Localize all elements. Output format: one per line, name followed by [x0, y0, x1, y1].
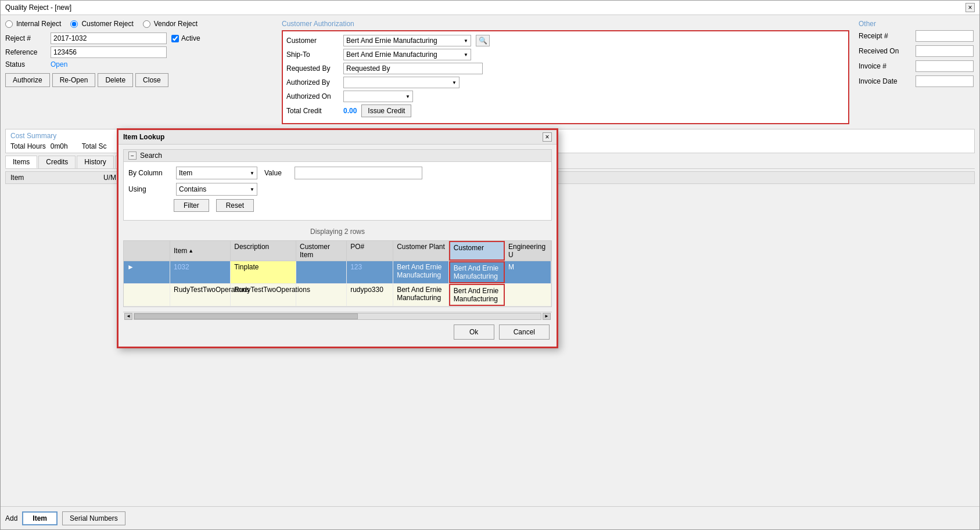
- authorized-on-arrow: ▼: [405, 94, 410, 99]
- customer-plant-header[interactable]: Customer Plant: [393, 241, 449, 261]
- by-column-row: By Column Item ▼ Value: [128, 167, 547, 179]
- vendor-reject-radio[interactable]: Vendor Reject: [143, 20, 198, 28]
- by-column-label: By Column: [128, 169, 169, 177]
- description-header[interactable]: Description: [231, 241, 296, 261]
- engineering-cell: M: [505, 261, 551, 283]
- invoice-date-input[interactable]: [916, 75, 974, 87]
- filter-button[interactable]: Filter: [174, 199, 209, 212]
- description-cell: RudyTestTwoOperations: [231, 284, 296, 306]
- scroll-left-button[interactable]: ◄: [124, 313, 132, 320]
- po-header[interactable]: PO#: [347, 241, 393, 261]
- action-buttons: Authorize Re-Open Delete Close: [5, 73, 272, 87]
- dialog-title-bar: Item Lookup ×: [119, 130, 557, 145]
- status-value: Open: [51, 60, 67, 68]
- invoice-row: Invoice #: [859, 60, 975, 72]
- dialog-button-row: Ok Cancel: [123, 322, 552, 342]
- received-on-row: Received On: [859, 45, 975, 57]
- authorize-button[interactable]: Authorize: [5, 73, 50, 87]
- customer-search-button[interactable]: 🔍: [476, 35, 490, 46]
- customer-auth-title: Customer Authorization: [282, 20, 849, 28]
- dialog-close-button[interactable]: ×: [543, 132, 552, 142]
- total-credit-row: Total Credit 0.00 Issue Credit: [286, 104, 845, 117]
- item-cell: RudyTestTwoOperations: [170, 284, 231, 306]
- scrollbar-track[interactable]: [134, 313, 541, 320]
- item-header[interactable]: Item ▲: [170, 241, 231, 261]
- ok-button[interactable]: Ok: [454, 325, 494, 340]
- po-cell: rudypo330: [347, 284, 393, 306]
- invoice-input[interactable]: [916, 60, 974, 72]
- table-row[interactable]: ► 1032 Tinplate 123 Bert And Ernie Manuf…: [124, 261, 551, 284]
- customer-cell: Bert And Ernie Manufacturing: [449, 261, 505, 283]
- issue-credit-button[interactable]: Issue Credit: [361, 104, 411, 117]
- close-button[interactable]: Close: [135, 73, 168, 87]
- authorized-by-arrow: ▼: [452, 80, 457, 85]
- value-label: Value: [264, 169, 288, 177]
- total-hours: Total Hours 0m0h: [10, 142, 68, 150]
- dialog-title: Item Lookup: [123, 133, 164, 141]
- bottom-bar: Add Item Serial Numbers: [1, 506, 979, 529]
- using-arrow: ▼: [250, 187, 254, 192]
- scroll-right-button[interactable]: ►: [543, 313, 551, 320]
- lookup-table-header: Item ▲ Description Customer Item PO# Cus…: [124, 241, 551, 261]
- item-lookup-dialog: Item Lookup × − Search By Column Item: [117, 128, 558, 348]
- received-on-input[interactable]: [916, 45, 974, 57]
- engineering-header[interactable]: Engineering U: [505, 241, 551, 261]
- ship-to-dropdown-arrow: ▼: [464, 52, 468, 57]
- total-hours-value: 0m0h: [51, 142, 68, 150]
- customer-header[interactable]: Customer: [449, 241, 505, 261]
- using-label: Using: [128, 185, 169, 193]
- active-checkbox[interactable]: Active: [171, 34, 200, 42]
- ship-to-dropdown[interactable]: Bert And Ernie Manufacturing ▼: [343, 49, 471, 60]
- reject-num-input[interactable]: [51, 33, 167, 44]
- customer-item-header[interactable]: Customer Item: [296, 241, 347, 261]
- search-body: By Column Item ▼ Value Using Contains: [124, 162, 551, 220]
- internal-reject-radio[interactable]: Internal Reject: [5, 20, 61, 28]
- search-title: Search: [140, 152, 162, 160]
- tab-items[interactable]: Items: [5, 156, 37, 168]
- authorized-on-dropdown[interactable]: ▼: [343, 91, 413, 102]
- serial-numbers-button[interactable]: Serial Numbers: [62, 511, 125, 525]
- receipt-input[interactable]: [916, 30, 974, 42]
- engineering-cell: [505, 284, 551, 306]
- tab-history[interactable]: History: [77, 156, 113, 168]
- item-button[interactable]: Item: [22, 511, 58, 525]
- customer-reject-radio[interactable]: Customer Reject: [70, 20, 133, 28]
- reopen-button[interactable]: Re-Open: [52, 73, 96, 87]
- cancel-button[interactable]: Cancel: [499, 325, 550, 340]
- scrollbar-thumb[interactable]: [134, 313, 358, 319]
- other-title: Other: [859, 20, 975, 28]
- row-indicator: [124, 284, 170, 306]
- status-row: Status Open: [5, 60, 272, 68]
- customer-item-cell: [296, 261, 347, 283]
- po-cell: 123: [347, 261, 393, 283]
- main-close-button[interactable]: ×: [965, 3, 975, 12]
- authorized-by-row: Authorized By ▼: [286, 77, 845, 88]
- requested-by-input[interactable]: [343, 63, 483, 74]
- customer-dropdown[interactable]: Bert And Ernie Manufacturing ▼: [343, 35, 471, 46]
- using-dropdown[interactable]: Contains ▼: [176, 183, 257, 196]
- authorized-by-dropdown[interactable]: ▼: [343, 77, 460, 88]
- by-column-dropdown[interactable]: Item ▼: [176, 167, 257, 179]
- reset-button[interactable]: Reset: [216, 199, 254, 212]
- add-label: Add: [5, 514, 17, 522]
- collapse-button[interactable]: −: [128, 152, 137, 160]
- horizontal-scrollbar[interactable]: ◄ ►: [123, 312, 552, 320]
- authorized-on-row: Authorized On ▼: [286, 91, 845, 102]
- receipt-row: Receipt #: [859, 30, 975, 42]
- using-row: Using Contains ▼: [128, 183, 547, 196]
- total-credit-value: 0.00: [343, 107, 357, 115]
- sort-arrow: ▲: [188, 248, 193, 254]
- reject-type-row: Internal Reject Customer Reject Vendor R…: [5, 20, 272, 28]
- tab-credits[interactable]: Credits: [38, 156, 76, 168]
- customer-item-cell: [296, 284, 347, 306]
- table-row[interactable]: RudyTestTwoOperations RudyTestTwoOperati…: [124, 284, 551, 307]
- search-value-input[interactable]: [295, 167, 422, 179]
- filter-reset-row: Filter Reset: [174, 199, 547, 212]
- customer-cell: Bert And Ernie Manufacturing: [449, 284, 505, 306]
- indicator-header: [124, 241, 170, 261]
- reference-row: Reference: [5, 46, 272, 58]
- by-column-arrow: ▼: [250, 171, 254, 176]
- top-section: Internal Reject Customer Reject Vendor R…: [5, 20, 975, 124]
- delete-button[interactable]: Delete: [98, 73, 133, 87]
- reference-input[interactable]: [51, 46, 167, 58]
